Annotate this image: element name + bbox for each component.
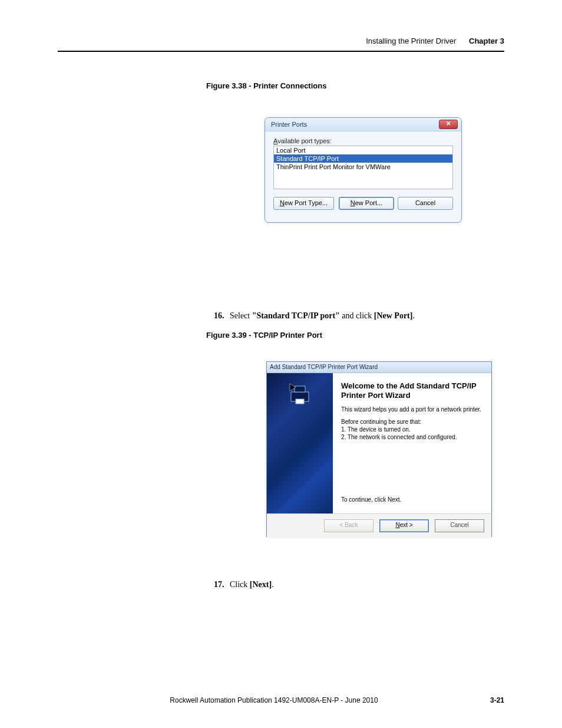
svg-rect-2 (296, 399, 304, 404)
step-text: Select (230, 311, 252, 320)
new-port-type-button[interactable]: New Port Type... (273, 197, 334, 210)
header-section: Installing the Printer Driver (366, 37, 456, 45)
dialog-body: Available port types: Local Port Standar… (265, 131, 461, 216)
step-bold: [Next] (250, 580, 272, 589)
header-rule (58, 51, 504, 52)
step-17: 17. Click [Next]. (214, 580, 491, 589)
wizard-heading: Welcome to the Add Standard TCP/IP Print… (341, 381, 482, 401)
printer-icon (287, 381, 312, 406)
step-number: 17. (214, 580, 224, 589)
dialog-titlebar: Printer Ports ✕ (265, 118, 461, 131)
publication-line: Rockwell Automation Publication 1492-UM0… (58, 696, 490, 704)
cancel-button[interactable]: Cancel (398, 197, 453, 210)
wizard-body: Welcome to the Add Standard TCP/IP Print… (267, 373, 491, 513)
cancel-button[interactable]: Cancel (435, 519, 484, 532)
page-header: Installing the Printer Driver Chapter 3 (366, 37, 504, 45)
printer-ports-dialog: Printer Ports ✕ Available port types: Lo… (265, 117, 462, 223)
wizard-p2: Before continuing be sure that: (341, 418, 482, 426)
port-type-thinprint[interactable]: ThinPrint Print Port Monitor for VMWare (274, 163, 452, 171)
step-text: . (272, 580, 274, 589)
step-text: Click (230, 580, 250, 589)
next-button[interactable]: Next > (379, 519, 429, 532)
wizard-continue: To continue, click Next. (341, 496, 482, 509)
dialog-title: Printer Ports (271, 118, 307, 131)
port-type-standard-tcpip[interactable]: Standard TCP/IP Port (274, 154, 452, 163)
wizard-li1: 1. The device is turned on. (341, 426, 482, 433)
port-types-listbox[interactable]: Local Port Standard TCP/IP Port ThinPrin… (273, 146, 453, 189)
step-text: and click (340, 311, 374, 320)
step-number: 16. (214, 311, 224, 320)
figure-caption-3-39: Figure 3.39 - TCP/IP Printer Port (206, 331, 322, 340)
tcpip-wizard-dialog: Add Standard TCP/IP Printer Port Wizard … (266, 361, 492, 537)
header-chapter: Chapter 3 (469, 37, 504, 45)
port-type-local[interactable]: Local Port (274, 146, 452, 154)
wizard-sidebar (267, 373, 333, 513)
close-icon[interactable]: ✕ (439, 120, 458, 129)
document-page: Installing the Printer Driver Chapter 3 … (0, 0, 562, 728)
back-button[interactable]: < Back (324, 519, 373, 532)
wizard-titlebar: Add Standard TCP/IP Printer Port Wizard (267, 362, 491, 373)
wizard-main: Welcome to the Add Standard TCP/IP Print… (333, 373, 491, 513)
page-number: 3-21 (490, 696, 504, 704)
wizard-p1: This wizard helps you add a port for a n… (341, 406, 482, 413)
available-port-types-label: Available port types: (273, 137, 453, 144)
right-button-group: New Port... Cancel (339, 197, 453, 210)
step-16: 16. Select "Standard TCP/IP port" and cl… (214, 311, 491, 321)
new-port-button[interactable]: New Port... (339, 197, 394, 210)
step-bold: [New Port] (374, 311, 413, 320)
step-bold: "Standard TCP/IP port" (252, 311, 340, 320)
figure-caption-3-38: Figure 3.38 - Printer Connections (206, 81, 326, 90)
step-text: . (412, 311, 415, 320)
wizard-text: This wizard helps you add a port for a n… (341, 406, 482, 441)
dialog-button-row: New Port Type... New Port... Cancel (273, 197, 453, 210)
wizard-footer: < Back Next > Cancel (267, 513, 491, 538)
svg-rect-1 (295, 386, 305, 392)
wizard-li2: 2. The network is connected and configur… (341, 433, 482, 441)
page-footer: Rockwell Automation Publication 1492-UM0… (58, 696, 504, 704)
